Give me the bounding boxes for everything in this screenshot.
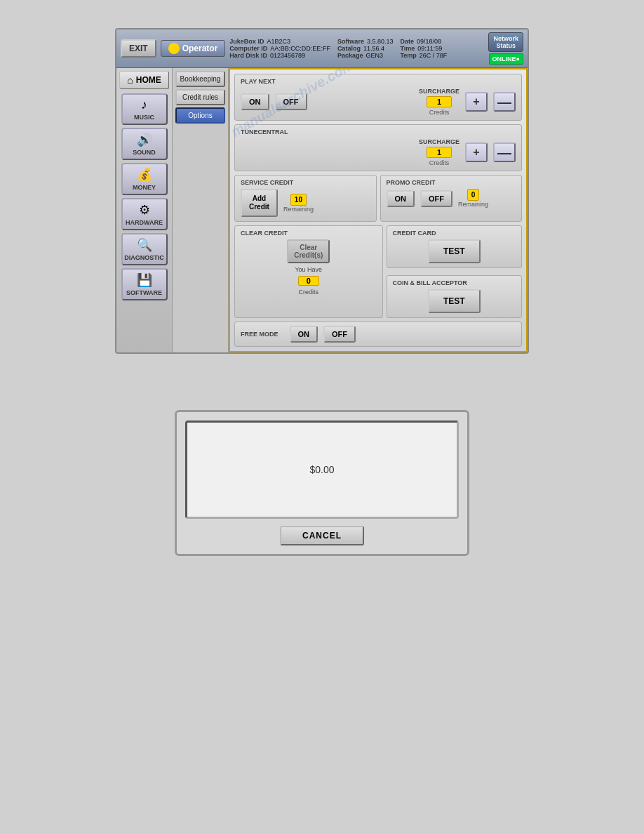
credit-card-title: CREDIT CARD: [393, 230, 516, 237]
money-label: MONEY: [133, 184, 156, 191]
play-next-surcharge-value: 1: [427, 96, 452, 107]
service-promo-row: SERVICE CREDIT Add Credit 10 Remaining P…: [234, 175, 522, 225]
promo-remaining: 0 Remaining: [458, 189, 488, 208]
promo-remaining-value: 0: [467, 189, 480, 201]
operator-badge: Operator: [161, 40, 226, 57]
sidebar-item-sound[interactable]: 🔊 SOUND: [121, 128, 168, 160]
test-buttons-col: CREDIT CARD TEST COIN & BILL ACCEPTOR TE…: [387, 225, 523, 322]
hardware-icon: ⚙: [124, 202, 165, 218]
sidebar-item-diagnostic[interactable]: 🔍 DIAGNOSTIC: [121, 233, 168, 265]
add-credit-button[interactable]: Add Credit: [241, 189, 278, 217]
play-next-surcharge: SURCHARGE 1 Credits: [419, 88, 459, 116]
operator-label: Operator: [182, 44, 218, 53]
time-value: 09:11:59: [417, 45, 442, 52]
tunecentral-minus-button[interactable]: —: [493, 143, 516, 162]
online-indicator: ONLINE●: [489, 53, 523, 65]
tunecentral-credits-label: Credits: [429, 159, 450, 166]
tunecentral-plus-button[interactable]: +: [465, 143, 488, 162]
date-label: Date: [400, 38, 414, 45]
promo-off-button[interactable]: OFF: [420, 190, 452, 207]
service-credit-row: Add Credit 10 Remaining: [241, 189, 370, 217]
sidebar-item-money[interactable]: 💰 MONEY: [121, 163, 168, 195]
date-value: 09/18/08: [417, 38, 441, 45]
promo-credit-title: PROMO CREDIT: [387, 179, 516, 186]
header-bar: EXIT Operator JukeBox ID A1B2C3 Computer…: [116, 29, 528, 68]
sound-icon: 🔊: [124, 132, 165, 147]
dialog-cancel-button[interactable]: CANCEL: [280, 526, 364, 545]
tunecentral-section: TUNECENTRAL SURCHARGE 1 Credits + —: [234, 124, 522, 171]
play-next-title: PLAY NEXT: [241, 78, 516, 85]
system-info: JukeBox ID A1B2C3 Computer ID AA:BB:CC:D…: [229, 38, 484, 59]
sidebar-item-hardware[interactable]: ⚙ HARDWARE: [121, 198, 168, 230]
home-icon: ⌂: [127, 74, 133, 86]
diagnostic-icon: 🔍: [124, 237, 165, 253]
coin-bill-test-wrap: TEST: [393, 289, 516, 313]
you-have-label: You Have: [295, 266, 322, 273]
main-screen: EXIT Operator JukeBox ID A1B2C3 Computer…: [115, 28, 529, 354]
service-remaining-value: 10: [290, 194, 307, 206]
hard-disk-label: Hard Disk ID: [229, 52, 267, 59]
free-mode-title: FREE MODE: [241, 331, 279, 338]
play-next-off-button[interactable]: OFF: [275, 93, 307, 110]
dialog-area: $0.00 CANCEL: [0, 368, 644, 577]
play-next-minus-button[interactable]: —: [493, 92, 516, 112]
software-info: Software 3.5.80.13 Catalog 11.56.4 Packa…: [337, 38, 394, 59]
clear-credit-button[interactable]: Clear Credit(s): [287, 239, 330, 263]
coin-bill-test-button[interactable]: TEST: [428, 289, 481, 313]
home-button[interactable]: ⌂ HOME: [119, 71, 169, 89]
service-remaining-label: Remaining: [283, 206, 314, 213]
service-credit-section: SERVICE CREDIT Add Credit 10 Remaining: [234, 175, 377, 222]
bookkeeping-button[interactable]: Bookkeeping: [175, 71, 225, 87]
credit-card-test-button[interactable]: TEST: [428, 239, 481, 263]
music-icon: ♪: [124, 98, 165, 112]
clear-credit-section: CLEAR CREDIT Clear Credit(s) You Have 0 …: [234, 225, 383, 318]
coin-bill-title: COIN & BILL ACCEPTOR: [393, 279, 516, 286]
clear-credit-content: Clear Credit(s) You Have 0 Credits: [241, 239, 377, 296]
sidebar-item-music[interactable]: ♪ MUSIC: [121, 93, 168, 125]
home-label: HOME: [136, 75, 161, 85]
body-layout: ⌂ HOME ♪ MUSIC 🔊 SOUND 💰 MONEY ⚙ HAR: [116, 68, 528, 352]
play-next-surcharge-label: SURCHARGE: [419, 88, 459, 95]
play-next-row: ON OFF SURCHARGE 1 Credits + —: [241, 88, 516, 116]
promo-on-button[interactable]: ON: [387, 190, 415, 207]
free-mode-off-button[interactable]: OFF: [323, 326, 356, 343]
software-label: Software: [337, 38, 364, 45]
credit-rules-button[interactable]: Credit rules: [175, 89, 225, 105]
jukebox-id-label: JukeBox ID: [229, 38, 264, 45]
sound-label: SOUND: [133, 149, 156, 156]
computer-id-value: AA:BB:CC:DD:EE:FF: [270, 45, 330, 52]
temp-label: Temp: [400, 52, 416, 59]
tunecentral-row: SURCHARGE 1 Credits + —: [241, 138, 516, 166]
subnav: Bookkeeping Credit rules Options: [173, 68, 229, 352]
clear-credit-row: CLEAR CREDIT Clear Credit(s) You Have 0 …: [234, 225, 522, 322]
hard-disk-value: 0123456789: [270, 52, 305, 59]
play-next-plus-button[interactable]: +: [465, 92, 488, 112]
package-value: GEN3: [365, 52, 383, 59]
music-label: MUSIC: [134, 114, 154, 121]
service-remaining: 10 Remaining: [283, 194, 314, 213]
tunecentral-title: TUNECENTRAL: [241, 128, 516, 135]
credit-card-section: CREDIT CARD TEST: [387, 225, 523, 268]
exit-button[interactable]: EXIT: [121, 39, 156, 58]
free-mode-on-button[interactable]: ON: [290, 326, 318, 343]
dialog-box: $0.00 CANCEL: [175, 410, 469, 556]
play-next-credits-label: Credits: [429, 109, 450, 116]
tunecentral-surcharge-label: SURCHARGE: [419, 138, 459, 145]
temp-value: 26C / 78F: [420, 52, 448, 59]
dialog-value: $0.00: [309, 464, 334, 475]
credits-bottom-label: Credits: [298, 289, 318, 296]
software-icon: 💾: [124, 272, 165, 288]
hardware-label: HARDWARE: [126, 219, 163, 226]
clear-credit-title: CLEAR CREDIT: [241, 230, 377, 237]
options-button[interactable]: Options: [175, 107, 225, 124]
jukebox-id-value: A1B2C3: [267, 38, 290, 45]
time-label: Time: [400, 45, 415, 52]
network-status-block: NetworkStatus ONLINE●: [488, 32, 523, 65]
promo-credit-row: ON OFF 0 Remaining: [387, 189, 516, 208]
promo-remaining-label: Remaining: [458, 201, 488, 208]
package-label: Package: [337, 52, 363, 59]
play-next-on-button[interactable]: ON: [241, 93, 269, 110]
catalog-value: 11.56.4: [363, 45, 384, 52]
sidebar-item-software[interactable]: 💾 SOFTWARE: [121, 268, 168, 300]
catalog-label: Catalog: [337, 45, 361, 52]
